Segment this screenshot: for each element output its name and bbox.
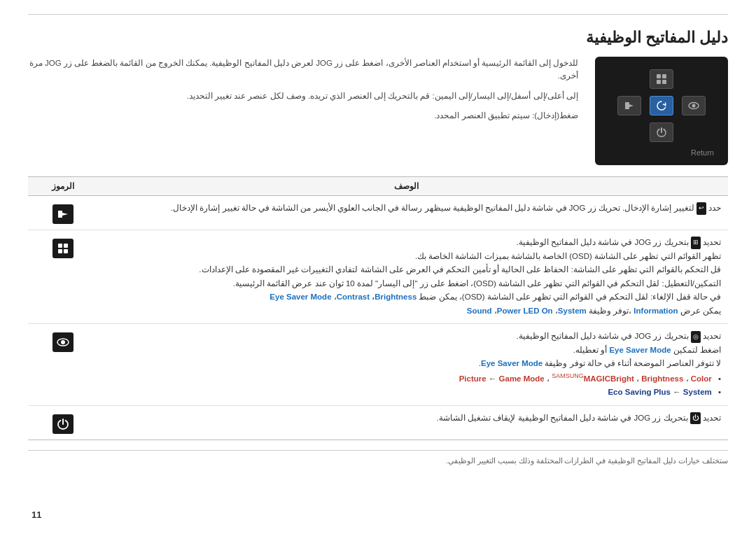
monitor-box: Return	[595, 57, 728, 165]
comma4: ،	[686, 374, 689, 383]
monitor-row-1	[616, 68, 707, 90]
svg-rect-2	[657, 80, 661, 84]
sym-eye-icon	[52, 332, 74, 352]
intro-line1: للدخول إلى القائمة الرئيسية أو استخدام ا…	[28, 57, 578, 83]
svg-rect-3	[662, 80, 666, 84]
system-label2: System	[683, 388, 712, 396]
picture-label: Picture	[459, 374, 486, 383]
eco-saving-label: Eco Saving Plus	[608, 388, 670, 396]
power-icon	[650, 122, 673, 142]
table-row-eyesaver: تحديد ◎ بتحريك زر JOG في شاشة دليل المفا…	[28, 324, 728, 406]
function-key-table: الوصف الرموز حدد ↩ لتغيير إشارة الإدخال.…	[28, 176, 728, 440]
power-text: تحديد ⏻ بتحريك زر JOG في شاشة دليل المفا…	[437, 414, 721, 422]
osd-line4: التمكين/التعطيل: لقل التحكم في القوائم ا…	[91, 277, 721, 291]
row-osd-sym	[35, 236, 91, 258]
contrast-brightness-label: Contrast ،Brightness	[337, 293, 417, 301]
row-input-desc: حدد ↩ لتغيير إشارة الإدخال. تحريك زر JOG…	[91, 202, 721, 216]
svg-rect-8	[58, 249, 62, 253]
row-input-text: حدد ↩ لتغيير إشارة الإدخال. تحريك زر JOG…	[171, 204, 721, 212]
eye-saver-label: Eye Saver Mode	[270, 293, 331, 301]
inline-grid-icon: ⊞	[691, 237, 701, 248]
osd-line6: يمكن عرض Information ،توفر وظيفة Sound ،…	[91, 304, 721, 318]
osd-line2: تظهر القوائم التي تظهر على الشاشة (OSD) …	[91, 250, 721, 264]
row-eye-sym	[35, 330, 91, 352]
osd-line1: تحديد ⊞ بتحريك زر JOG في شاشة دليل المفا…	[91, 236, 721, 250]
bullet1: •	[718, 372, 721, 386]
game-mode-label: Game Mode	[499, 374, 545, 383]
intro-line3-text: ضغط(إدخال): سيتم تطبيق العنصر المحدد.	[434, 111, 578, 120]
eye-line2: اضغط لتمكين Eye Saver Mode أو تعطيله.	[91, 344, 721, 358]
main-content: للدخول إلى القائمة الرئيسية أو استخدام ا…	[28, 57, 728, 165]
svg-rect-9	[64, 249, 68, 253]
row-input-sym	[35, 202, 91, 224]
osd-line3: قل التحكم بالقوائم التي تظهر على الشاشة:…	[91, 263, 721, 277]
bullet2: •	[718, 386, 721, 400]
svg-point-5	[692, 104, 696, 107]
refresh-icon	[650, 96, 673, 115]
footer-text: ستختلف خيارات دليل المفاتيح الوظيفية في …	[28, 456, 728, 465]
power-icon-cell	[648, 121, 675, 143]
svg-point-11	[61, 340, 65, 344]
svg-rect-0	[657, 74, 661, 78]
brightness-label: Brightness	[641, 374, 683, 383]
header-symbol: الرموز	[35, 181, 91, 191]
page-number: 11	[31, 510, 41, 520]
header-section: دليل المفاتيح الوظيفية	[28, 29, 728, 47]
empty-cell-3	[616, 121, 643, 143]
header-description: الوصف	[91, 181, 721, 191]
inline-arrow-icon: ↩	[696, 202, 706, 214]
empty-cell-4	[680, 121, 707, 143]
comma2: ،	[547, 374, 550, 383]
eye-line1: تحديد ◎ بتحريك زر JOG في شاشة دليل المفا…	[91, 330, 721, 344]
top-divider	[28, 14, 728, 15]
grid-icon-cell	[648, 68, 675, 90]
sound-label: Sound	[467, 307, 492, 315]
eye-bullet2: • Eco Saving Plus ← System	[91, 386, 721, 400]
svg-rect-7	[64, 244, 68, 248]
eye-icon-cell	[680, 94, 707, 117]
power-led-label: Power LED On	[497, 307, 553, 315]
monitor-row-2	[616, 94, 707, 117]
text-section: للدخول إلى القائمة الرئيسية أو استخدام ا…	[28, 57, 578, 165]
intro-line3: ضغط(إدخال): سيتم تطبيق العنصر المحدد.	[28, 109, 578, 122]
row-osd-desc: تحديد ⊞ بتحريك زر JOG في شاشة دليل المفا…	[91, 236, 721, 318]
color-label: Color	[691, 374, 712, 383]
eye-saver-mode-2: Eye Saver Mode	[609, 346, 671, 354]
grid-icon	[650, 69, 673, 89]
page-title: دليل المفاتيح الوظيفية	[586, 29, 728, 47]
footer-rule	[28, 450, 728, 451]
page-container: دليل المفاتيح الوظيفية للدخول إلى القائم…	[0, 0, 756, 534]
empty-cell-2	[680, 68, 707, 90]
osd-line5: في حالة قفل الإلغاء: لقل التحكم في القوا…	[91, 290, 721, 304]
return-label: Return	[602, 148, 721, 157]
row-power-desc: تحديد ⏻ بتحريك زر JOG في شاشة دليل المفا…	[91, 412, 721, 426]
information-label: Information	[634, 307, 678, 315]
arrow-icon	[617, 96, 641, 115]
arrow2: ←	[673, 388, 683, 396]
eye-icon	[682, 96, 706, 115]
arrow1: ←	[489, 374, 499, 383]
eye-line3: لا تتوفر العناصر الموضحة أثناء في حالة ت…	[91, 357, 721, 371]
svg-rect-6	[58, 244, 62, 248]
comma3: ،	[636, 374, 639, 383]
intro-line2: إلى أعلى/إلى أسفل/إلى اليسار/إلى اليمين:…	[28, 90, 578, 102]
inline-power-icon: ⏻	[690, 412, 701, 424]
arrow-icon-cell	[616, 94, 643, 117]
eye-bullet1: • Picture ← Game Mode ، SAMSUNGMAGICBrig…	[91, 371, 721, 386]
table-row-osd: تحديد ⊞ بتحريك زر JOG في شاشة دليل المفا…	[28, 230, 728, 324]
intro-line2-text: إلى أعلى/إلى أسفل/إلى اليسار/إلى اليمين:…	[187, 92, 578, 100]
sym-power-icon	[52, 414, 74, 434]
table-row-power: تحديد ⏻ بتحريك زر JOG في شاشة دليل المفا…	[28, 406, 728, 440]
table-header: الوصف الرموز	[28, 177, 728, 196]
table-row-input: حدد ↩ لتغيير إشارة الإدخال. تحريك زر JOG…	[28, 196, 728, 230]
magic-bright-label: SAMSUNGMAGICBright	[552, 374, 634, 383]
row-eye-desc: تحديد ◎ بتحريك زر JOG في شاشة دليل المفا…	[91, 330, 721, 400]
inline-eye-icon: ◎	[691, 331, 701, 343]
monitor-display: Return	[595, 57, 728, 165]
system-label1: System	[558, 307, 587, 315]
sym-arrow-icon	[52, 204, 74, 224]
svg-rect-1	[662, 74, 666, 78]
empty-cell-1	[616, 68, 643, 90]
refresh-icon-cell	[648, 94, 675, 117]
row-power-sym	[35, 412, 91, 434]
